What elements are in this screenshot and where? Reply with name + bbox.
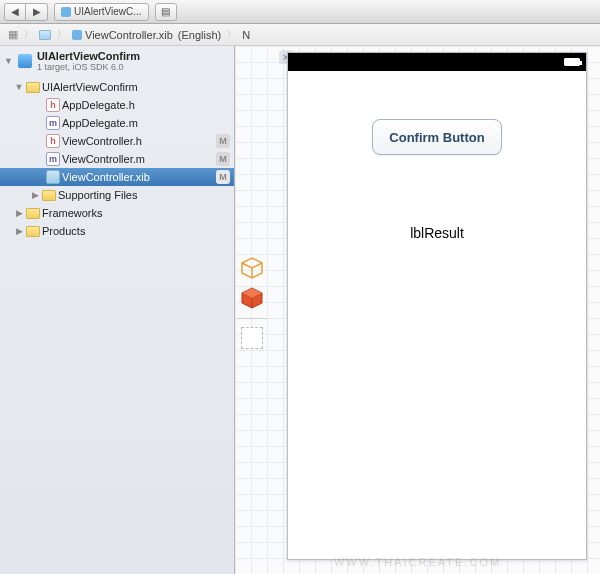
nav-history-segment: ◀ ▶ (4, 3, 48, 21)
tree-item-label: Frameworks (42, 207, 103, 219)
impl-file-icon: m (46, 116, 60, 130)
xib-file-icon (72, 30, 82, 40)
forward-button[interactable]: ▶ (26, 3, 48, 21)
scm-status-badge: M (216, 152, 230, 166)
watermark-text: WWW.THAICREATE.COM (334, 556, 501, 568)
breadcrumb-related-items[interactable]: ▦ (4, 28, 22, 41)
file-tree: ▼ UIAlertViewConfirm h AppDelegate.h m A… (0, 76, 234, 240)
disclosure-triangle-icon[interactable]: ▼ (14, 82, 24, 92)
breadcrumb-tail[interactable]: N (238, 29, 254, 41)
tree-item-label: UIAlertViewConfirm (42, 81, 138, 93)
tree-file-selected[interactable]: ViewController.xib M (0, 168, 234, 186)
breadcrumb-file-label: ViewController.xib (85, 29, 173, 41)
tree-item-label: ViewController.xib (62, 171, 150, 183)
breadcrumb-separator-icon: 〉 (57, 28, 66, 41)
folder-icon (26, 82, 40, 93)
view-placeholder-icon[interactable] (241, 327, 263, 349)
battery-icon (564, 58, 580, 66)
confirm-button[interactable]: Confirm Button (372, 119, 502, 155)
interface-builder-canvas[interactable]: ✕ Confirm Button l (235, 46, 600, 574)
breadcrumb-separator-icon: 〉 (227, 28, 236, 41)
tree-item-label: ViewController.m (62, 153, 145, 165)
folder-icon (39, 30, 51, 40)
project-title: UIAlertViewConfirm (37, 50, 140, 62)
tree-file[interactable]: h ViewController.h M (0, 132, 234, 150)
tree-file[interactable]: m AppDelegate.m (0, 114, 234, 132)
disclosure-triangle-icon[interactable]: ▼ (4, 56, 13, 66)
project-subtitle: 1 target, iOS SDK 6.0 (37, 62, 140, 72)
files-owner-icon[interactable] (240, 256, 264, 280)
project-header[interactable]: ▼ UIAlertViewConfirm 1 target, iOS SDK 6… (0, 46, 234, 76)
jump-bar[interactable]: ▦ 〉 〉 ViewController.xib (English) 〉 N (0, 24, 600, 46)
project-icon (18, 54, 32, 68)
folder-icon (26, 208, 40, 219)
result-label[interactable]: lblResult (288, 225, 586, 241)
xib-file-icon (61, 7, 71, 17)
folder-icon (42, 190, 56, 201)
editor-tab-label: UIAlertViewC... (74, 6, 142, 17)
header-file-icon: h (46, 134, 60, 148)
first-responder-cube-icon[interactable] (240, 286, 264, 310)
disclosure-triangle-icon[interactable]: ▶ (30, 190, 40, 200)
breadcrumb-file-locale: (English) (178, 29, 221, 41)
scm-status-badge: M (216, 134, 230, 148)
breadcrumb-file[interactable]: ViewController.xib (English) (68, 29, 225, 41)
ios-view-canvas[interactable]: Confirm Button lblResult (287, 52, 587, 560)
status-bar (288, 53, 586, 71)
disclosure-triangle-icon[interactable]: ▶ (14, 208, 24, 218)
tree-item-label: Products (42, 225, 85, 237)
tree-group-frameworks[interactable]: ▶ Frameworks (0, 204, 234, 222)
header-file-icon: h (46, 98, 60, 112)
xib-file-icon (46, 170, 60, 184)
tree-group-root[interactable]: ▼ UIAlertViewConfirm (0, 78, 234, 96)
recent-files-button[interactable]: ▤ (155, 3, 177, 21)
tree-item-label: ViewController.h (62, 135, 142, 147)
document-outline-dock (237, 256, 267, 349)
confirm-button-label: Confirm Button (389, 130, 484, 145)
breadcrumb-folder[interactable] (35, 30, 55, 40)
result-label-text: lblResult (410, 225, 464, 241)
folder-icon (26, 226, 40, 237)
editor-tab[interactable]: UIAlertViewC... (54, 3, 149, 21)
impl-file-icon: m (46, 152, 60, 166)
breadcrumb-separator-icon: 〉 (24, 28, 33, 41)
breadcrumb-tail-label: N (242, 29, 250, 41)
tree-item-label: Supporting Files (58, 189, 138, 201)
project-navigator: ▼ UIAlertViewConfirm 1 target, iOS SDK 6… (0, 46, 235, 574)
tree-group-supporting[interactable]: ▶ Supporting Files (0, 186, 234, 204)
tree-item-label: AppDelegate.m (62, 117, 138, 129)
related-items-icon: ▦ (8, 28, 18, 41)
top-toolbar: ◀ ▶ UIAlertViewC... ▤ (0, 0, 600, 24)
tree-item-label: AppDelegate.h (62, 99, 135, 111)
dock-separator (237, 318, 267, 319)
scm-status-badge: M (216, 170, 230, 184)
back-button[interactable]: ◀ (4, 3, 26, 21)
tree-file[interactable]: m ViewController.m M (0, 150, 234, 168)
disclosure-triangle-icon[interactable]: ▶ (14, 226, 24, 236)
tree-file[interactable]: h AppDelegate.h (0, 96, 234, 114)
tree-group-products[interactable]: ▶ Products (0, 222, 234, 240)
